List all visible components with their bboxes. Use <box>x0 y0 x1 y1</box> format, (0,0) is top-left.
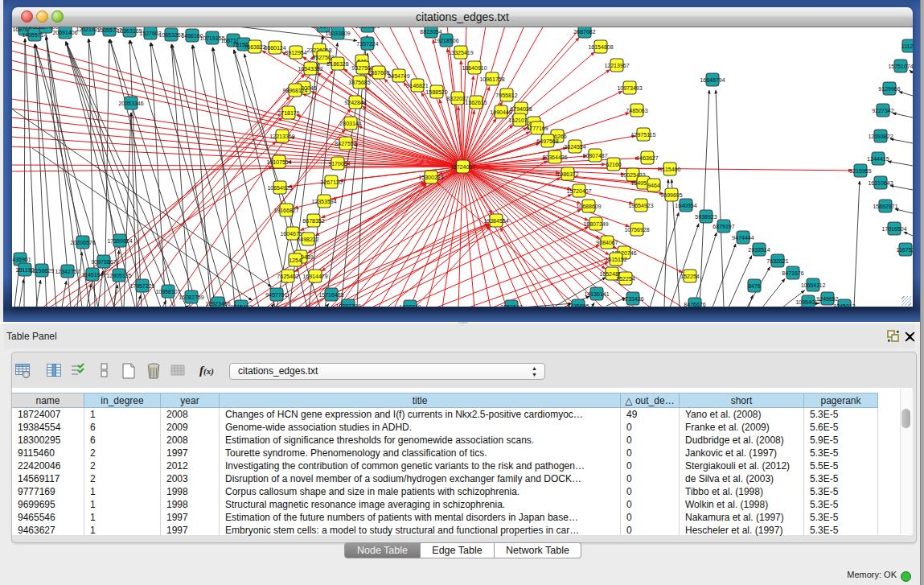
svg-text:10961758: 10961758 <box>479 76 504 82</box>
svg-text:10958107: 10958107 <box>155 289 180 295</box>
svg-text:12213967: 12213967 <box>604 63 629 68</box>
svg-text:17957225: 17957225 <box>129 283 154 289</box>
svg-text:8186328: 8186328 <box>326 61 348 67</box>
svg-text:15751074: 15751074 <box>888 64 913 69</box>
svg-text:10107554: 10107554 <box>266 159 291 165</box>
svg-text:18640910: 18640910 <box>462 65 487 71</box>
svg-text:9777169: 9777169 <box>526 126 548 131</box>
svg-text:19654923: 19654923 <box>628 203 653 208</box>
svg-text:9463627: 9463627 <box>636 155 658 161</box>
svg-text:15720407: 15720407 <box>566 188 591 194</box>
svg-text:8454749: 8454749 <box>388 73 409 79</box>
svg-text:3215955: 3215955 <box>849 168 871 174</box>
svg-text:9464: 9464 <box>647 183 660 188</box>
svg-text:3267130: 3267130 <box>320 179 342 185</box>
svg-text:8912954: 8912954 <box>285 50 306 56</box>
svg-text:11156829: 11156829 <box>30 268 54 274</box>
svg-text:1615152: 1615152 <box>605 257 626 262</box>
svg-text:2803144: 2803144 <box>339 121 361 126</box>
svg-text:8660124: 8660124 <box>264 45 285 51</box>
svg-text:9474444: 9474444 <box>732 235 754 241</box>
svg-text:11125: 11125 <box>901 43 913 49</box>
svg-text:16154808: 16154808 <box>588 44 613 50</box>
svg-text:2933514: 2933514 <box>748 247 770 253</box>
svg-text:2687682: 2687682 <box>573 29 595 35</box>
svg-text:18363165: 18363165 <box>117 28 142 34</box>
svg-text:8476: 8476 <box>748 283 761 289</box>
svg-text:3624554: 3624554 <box>564 144 585 150</box>
svg-text:8476695: 8476695 <box>567 303 589 307</box>
svg-text:17359924: 17359924 <box>107 238 132 244</box>
svg-text:6879197: 6879197 <box>713 224 734 229</box>
svg-text:9515492: 9515492 <box>230 304 252 307</box>
svg-text:15300213: 15300213 <box>418 175 443 180</box>
svg-text:19166827: 19166827 <box>273 208 298 213</box>
svg-text:152254: 152254 <box>680 274 699 279</box>
svg-text:10654112: 10654112 <box>801 282 826 288</box>
svg-text:7663822: 7663822 <box>244 44 265 50</box>
svg-text:14136141: 14136141 <box>584 291 609 297</box>
svg-text:8476676: 8476676 <box>684 302 705 307</box>
svg-text:917006: 917006 <box>328 161 347 167</box>
svg-text:10653267: 10653267 <box>158 32 183 38</box>
svg-text:18724007: 18724007 <box>450 164 475 170</box>
svg-text:12923466: 12923466 <box>205 301 230 307</box>
svg-text:16210643: 16210643 <box>868 180 893 186</box>
svg-text:1990448: 1990448 <box>490 109 511 115</box>
svg-text:20206576: 20206576 <box>70 240 95 245</box>
svg-text:7485063: 7485063 <box>626 108 647 113</box>
svg-text:5498222: 5498222 <box>297 237 318 242</box>
svg-text:9242848: 9242848 <box>344 100 366 105</box>
svg-text:16033809: 16033809 <box>325 31 350 36</box>
svg-text:20691406: 20691406 <box>52 30 77 35</box>
svg-text:8813054: 8813054 <box>420 29 441 35</box>
svg-text:12093822: 12093822 <box>868 134 893 139</box>
svg-text:9146821: 9146821 <box>406 83 428 89</box>
svg-text:1588520: 1588520 <box>425 89 447 95</box>
svg-text:116753: 116753 <box>897 247 913 253</box>
svg-text:90975867: 90975867 <box>91 259 116 265</box>
svg-text:16782759: 16782759 <box>179 295 203 300</box>
svg-text:19384554: 19384554 <box>483 218 508 224</box>
svg-text:7357224: 7357224 <box>356 41 378 47</box>
svg-text:18807249: 18807249 <box>583 221 608 227</box>
svg-text:1923749: 1923749 <box>399 304 421 307</box>
svg-text:10654925: 10654925 <box>267 185 292 191</box>
svg-text:7625402: 7625402 <box>277 274 298 279</box>
svg-text:2867608: 2867608 <box>368 70 389 76</box>
svg-text:20364436: 20364436 <box>542 154 567 160</box>
svg-text:19218506: 19218506 <box>433 38 458 43</box>
svg-text:7435901: 7435901 <box>12 257 31 262</box>
svg-text:9129966: 9129966 <box>878 86 900 92</box>
svg-text:10973493: 10973493 <box>617 85 642 91</box>
svg-text:10237799: 10237799 <box>335 303 360 307</box>
svg-text:16914479: 16914479 <box>302 274 327 279</box>
svg-text:7632621: 7632621 <box>766 258 788 264</box>
svg-text:1362615: 1362615 <box>465 100 487 105</box>
svg-text:12905135: 12905135 <box>106 273 131 278</box>
svg-text:16648794: 16648794 <box>700 77 725 83</box>
svg-text:1254: 1254 <box>289 257 302 263</box>
svg-text:12975115: 12975115 <box>631 132 656 138</box>
svg-text:15692971: 15692971 <box>873 204 897 209</box>
svg-text:1733426: 1733426 <box>622 296 643 302</box>
svg-text:10756928: 10756928 <box>624 227 649 233</box>
svg-text:8471676: 8471676 <box>782 270 803 276</box>
svg-text:7955812: 7955812 <box>495 93 517 98</box>
svg-text:12353594: 12353594 <box>311 199 336 204</box>
svg-text:1145194: 1145194 <box>82 272 104 278</box>
svg-text:6794028: 6794028 <box>510 106 532 112</box>
svg-text:9457791: 9457791 <box>265 292 287 298</box>
svg-text:8678352: 8678352 <box>302 218 324 224</box>
svg-text:10688609: 10688609 <box>576 204 601 209</box>
svg-text:9227342: 9227342 <box>872 108 893 113</box>
svg-text:3875685: 3875685 <box>348 80 370 85</box>
svg-text:7986372: 7986372 <box>556 171 578 177</box>
svg-text:17016504: 17016504 <box>881 226 906 232</box>
svg-text:8427552: 8427552 <box>335 141 356 146</box>
svg-text:9084067: 9084067 <box>596 240 618 245</box>
svg-text:9245012: 9245012 <box>833 303 855 307</box>
svg-text:9115460: 9115460 <box>659 167 681 172</box>
svg-text:15716485: 15716485 <box>318 292 343 298</box>
svg-text:10954012: 10954012 <box>795 299 820 305</box>
